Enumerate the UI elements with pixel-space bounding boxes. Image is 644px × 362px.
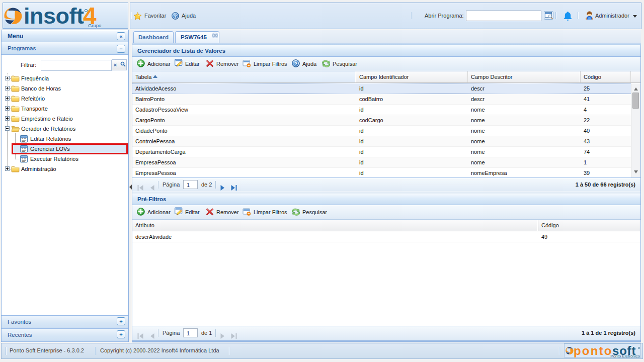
svg-text:?: ? bbox=[174, 14, 177, 19]
svg-text:ponto: ponto bbox=[574, 345, 613, 357]
svg-text:Ponto Eletrônico: Ponto Eletrônico bbox=[610, 354, 640, 358]
svg-text:Grupo: Grupo bbox=[88, 23, 101, 28]
svg-text:insoft: insoft bbox=[24, 7, 84, 29]
svg-text:?: ? bbox=[294, 61, 297, 66]
